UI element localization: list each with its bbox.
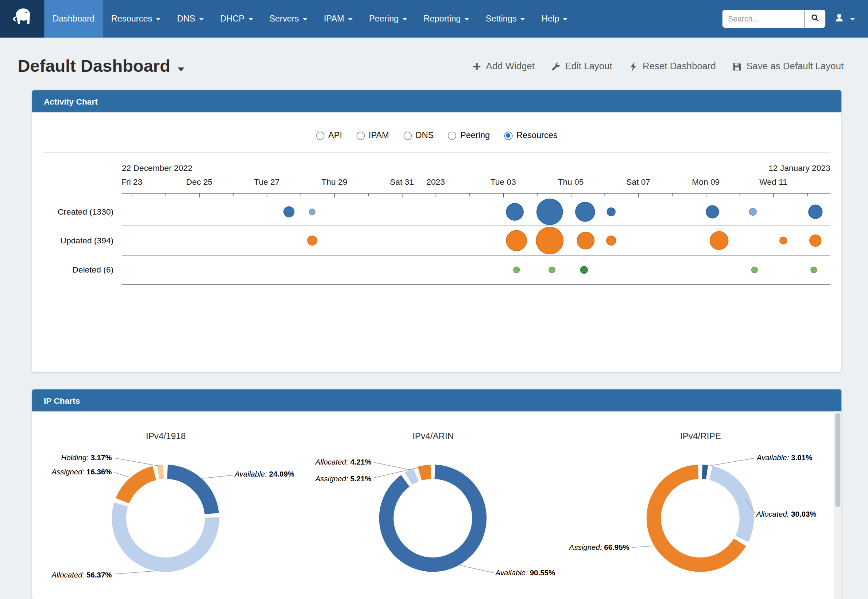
activity-bubble-updated: [780, 237, 787, 244]
search-input[interactable]: [723, 10, 805, 28]
nav-item-servers[interactable]: Servers: [261, 0, 315, 38]
dashboard-selector-caret[interactable]: [178, 67, 184, 71]
bolt-icon: [629, 62, 638, 71]
axis-end-date: 12 January 2023: [768, 163, 830, 173]
ip-panel-header: IP Charts: [32, 390, 841, 412]
series-label-created: Created (1330): [32, 207, 113, 217]
nav-item-dhcp[interactable]: DHCP: [212, 0, 261, 38]
activity-bubble-deleted: [751, 267, 758, 273]
action-label: Add Widget: [486, 61, 534, 72]
ip-charts-panel: IP Charts IPv4/1918Available: 24.09%Allo…: [32, 389, 842, 599]
axis-start-date: 22 December 2022: [122, 163, 193, 173]
plus-icon: [472, 62, 482, 71]
action-label: Reset Dashboard: [643, 61, 716, 72]
nav-item-label: Servers: [270, 14, 299, 24]
navbar-right: [723, 0, 868, 38]
donut-label-assigned: Assigned: 66.95%: [569, 543, 629, 552]
page-title-text: Default Dashboard: [18, 56, 170, 77]
page-header: Default Dashboard Add WidgetEdit LayoutR…: [18, 56, 844, 77]
axis-tick: [132, 193, 132, 197]
series-label-deleted: Deleted (6): [32, 265, 113, 274]
activity-bubble-created: [506, 203, 524, 221]
donut-label-available: Available: 24.09%: [235, 470, 295, 479]
activity-bubble-chart: 22 December 202212 January 2023Fri 23Dec…: [32, 112, 841, 372]
axis-tick: [199, 193, 200, 197]
axis-tick: [300, 193, 301, 196]
axis-tick: [233, 193, 234, 196]
scrollbar-thumb[interactable]: [835, 413, 840, 507]
axis-tick-label: Fri 23: [121, 177, 142, 187]
axis-tick: [537, 193, 537, 196]
ip-panel-body: IPv4/1918Available: 24.09%Allocated: 56.…: [32, 411, 841, 599]
nav-item-help[interactable]: Help: [533, 0, 576, 38]
nav-item-label: Settings: [486, 14, 517, 24]
ip-panel-scrollbar[interactable]: [834, 411, 841, 599]
activity-panel-title: Activity Chart: [44, 96, 98, 106]
activity-bubble-created: [749, 208, 757, 216]
edit-layout-button[interactable]: Edit Layout: [551, 61, 612, 72]
activity-bubble-deleted: [513, 267, 520, 273]
leader-line: [114, 570, 158, 574]
activity-chart-panel: Activity Chart APIIPAMDNSPeeringResource…: [32, 90, 842, 373]
donut-label-allocated: Allocated: 56.37%: [51, 570, 112, 579]
nav-item-label: Dashboard: [53, 14, 94, 24]
nav-item-label: DHCP: [220, 14, 245, 24]
dashboard-page: DashboardResourcesDNSDHCPServersIPAMPeer…: [0, 0, 868, 599]
axis-tick: [469, 193, 470, 196]
axis-tick-label: Dec 25: [186, 177, 212, 187]
chevron-down-icon: [563, 18, 568, 20]
chevron-down-icon: [465, 18, 469, 20]
axis-tick: [166, 193, 166, 196]
axis-tick: [706, 193, 706, 197]
axis-tick: [436, 193, 436, 197]
nav-item-peering[interactable]: Peering: [361, 0, 415, 38]
action-label: Save as Default Layout: [746, 61, 844, 72]
nav-item-settings[interactable]: Settings: [477, 0, 533, 38]
activity-bubble-updated: [710, 231, 729, 250]
row-baseline-created: [122, 226, 830, 226]
search-button[interactable]: [804, 10, 825, 28]
nav-item-label: Help: [542, 14, 559, 24]
activity-bubble-created: [283, 206, 294, 217]
donut-label-allocated: Allocated: 30.03%: [756, 510, 816, 518]
donut-label-allocated: Allocated: 4.21%: [315, 458, 371, 467]
chevron-down-icon: [199, 18, 204, 20]
leader-line: [745, 499, 755, 513]
nav-item-label: Reporting: [423, 14, 460, 24]
action-label: Edit Layout: [565, 61, 612, 72]
activity-bubble-created: [309, 208, 315, 215]
app-logo[interactable]: [0, 0, 44, 38]
leader-line: [708, 458, 756, 467]
leader-line: [632, 546, 654, 548]
axis-tick-label: Tue 27: [254, 177, 280, 187]
search-group: [723, 10, 825, 28]
leader-line: [374, 467, 424, 478]
axis-tick: [807, 193, 808, 196]
axis-tick: [267, 193, 268, 197]
activity-bubble-updated: [506, 230, 527, 251]
nav-item-dns[interactable]: DNS: [169, 0, 212, 38]
nav-item-ipam[interactable]: IPAM: [315, 0, 361, 38]
axis-tick: [334, 193, 335, 197]
floppy-icon: [732, 62, 742, 71]
leader-line: [114, 458, 160, 467]
search-icon: [811, 14, 820, 24]
save-as-default-layout-button[interactable]: Save as Default Layout: [732, 61, 844, 72]
nav-item-dashboard[interactable]: Dashboard: [44, 0, 103, 38]
callout-lines: [567, 411, 834, 599]
activity-bubble-deleted: [811, 267, 817, 273]
activity-bubble-updated: [536, 227, 564, 254]
axis-tick-label: Sat 31: [390, 177, 414, 187]
user-menu[interactable]: [834, 13, 854, 25]
axis-tick: [740, 193, 740, 196]
axis-tick: [773, 193, 774, 197]
reset-dashboard-button[interactable]: Reset Dashboard: [629, 61, 716, 72]
chevron-down-icon: [248, 18, 253, 20]
nav-item-resources[interactable]: Resources: [103, 0, 169, 38]
nav-item-reporting[interactable]: Reporting: [415, 0, 477, 38]
axis-tick-label: Wed 11: [759, 177, 787, 187]
activity-bubble-updated: [577, 232, 595, 250]
axis-tick: [402, 193, 403, 197]
add-widget-button[interactable]: Add Widget: [472, 61, 534, 72]
activity-bubble-created: [575, 202, 595, 222]
